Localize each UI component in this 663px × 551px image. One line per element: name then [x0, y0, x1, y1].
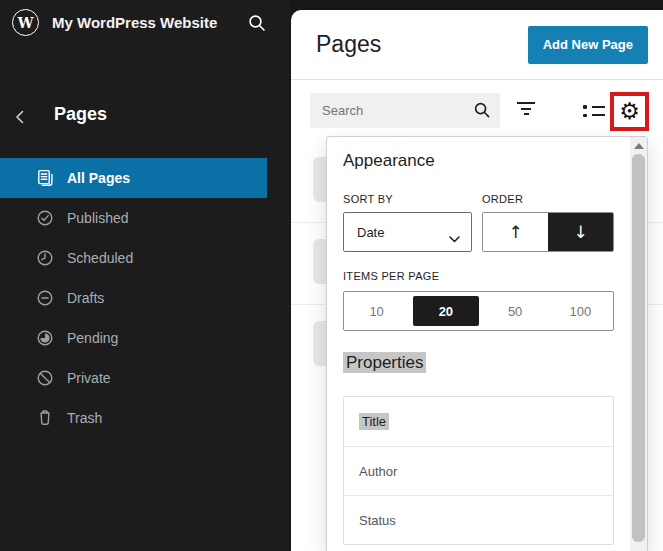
back-chevron-icon[interactable] — [13, 109, 27, 125]
popover-scrollbar-thumb[interactable] — [632, 154, 645, 542]
sidebar-item-scheduled[interactable]: Scheduled — [0, 238, 267, 278]
sort-by-select[interactable]: Date — [343, 212, 472, 252]
property-item-title[interactable]: Title — [344, 397, 613, 446]
order-descending-button[interactable]: ↓ — [548, 213, 613, 251]
appearance-heading: Appearance — [343, 151, 435, 171]
items-per-page-option-10[interactable]: 10 — [344, 292, 409, 330]
properties-heading: Properties — [343, 353, 426, 373]
sidebar-item-all-pages[interactable]: All Pages — [0, 158, 267, 198]
popover-scrollbar-track[interactable] — [630, 137, 647, 551]
pages-icon — [35, 168, 55, 188]
sidebar-item-pending[interactable]: Pending — [0, 318, 267, 358]
sidebar-item-label: Pending — [67, 330, 118, 346]
private-blocked-icon — [35, 368, 55, 388]
order-label: ORDER — [482, 193, 523, 205]
site-title[interactable]: My WordPress Website — [52, 14, 217, 31]
sidebar-item-label: Private — [67, 370, 111, 386]
items-per-page-option-50[interactable]: 50 — [483, 292, 548, 330]
sidebar-title: Pages — [54, 104, 107, 125]
search-icon[interactable] — [247, 13, 267, 33]
add-new-page-button[interactable]: Add New Page — [528, 26, 648, 64]
wordpress-logo-icon[interactable]: W — [12, 9, 39, 36]
trash-icon — [35, 408, 55, 428]
published-check-circle-icon — [35, 208, 55, 228]
wordpress-logo-letter: W — [18, 15, 34, 31]
search-field — [310, 93, 500, 128]
items-per-page-toggle-group: 10 20 50 100 — [343, 291, 614, 331]
site-editor-sidebar: W My WordPress Website Pages All Pages — [0, 0, 290, 551]
property-item-author[interactable]: Author — [344, 446, 613, 495]
sort-by-value: Date — [357, 225, 384, 240]
list-view-icon — [583, 105, 607, 109]
sort-by-label: SORT BY — [343, 193, 393, 205]
sidebar-item-private[interactable]: Private — [0, 358, 267, 398]
drafts-dash-circle-icon — [35, 288, 55, 308]
items-per-page-label: ITEMS PER PAGE — [343, 270, 439, 282]
sidebar-item-label: Trash — [67, 410, 102, 426]
sidebar-item-published[interactable]: Published — [0, 198, 267, 238]
view-options-popover: Appearance SORT BY ORDER Date ↑ ↓ ITEMS … — [326, 136, 648, 551]
header-divider — [291, 79, 663, 80]
filter-button[interactable] — [515, 102, 537, 122]
pending-pie-circle-icon — [35, 328, 55, 348]
search-icon — [473, 101, 491, 119]
pages-content-panel: Pages Add New Page ⚙ Appearance SORT BY … — [291, 10, 663, 551]
sidebar-item-label: Scheduled — [67, 250, 133, 266]
sidebar-item-label: Published — [67, 210, 129, 226]
chevron-down-icon — [449, 229, 460, 236]
pages-filter-nav: All Pages Published Scheduled — [0, 158, 290, 438]
items-per-page-option-100[interactable]: 100 — [548, 292, 613, 330]
items-per-page-option-20[interactable]: 20 — [413, 296, 478, 326]
order-toggle-group: ↑ ↓ — [482, 212, 614, 252]
sidebar-item-trash[interactable]: Trash — [0, 398, 267, 438]
sidebar-item-label: All Pages — [67, 170, 130, 186]
annotation-highlight-box: ⚙ — [610, 92, 649, 131]
filter-icon — [517, 102, 535, 104]
scheduled-clock-icon — [35, 248, 55, 268]
list-view-toggle-button[interactable] — [583, 105, 607, 121]
properties-list: Title Author Status — [343, 396, 614, 545]
page-title: Pages — [316, 31, 381, 58]
search-input[interactable] — [310, 93, 470, 128]
scrollbar-up-arrow-icon[interactable] — [634, 143, 644, 149]
sidebar-item-label: Drafts — [67, 290, 104, 306]
view-options-gear-button[interactable]: ⚙ — [619, 100, 640, 123]
order-ascending-button[interactable]: ↑ — [483, 213, 548, 251]
property-item-status[interactable]: Status — [344, 495, 613, 544]
sidebar-item-drafts[interactable]: Drafts — [0, 278, 267, 318]
